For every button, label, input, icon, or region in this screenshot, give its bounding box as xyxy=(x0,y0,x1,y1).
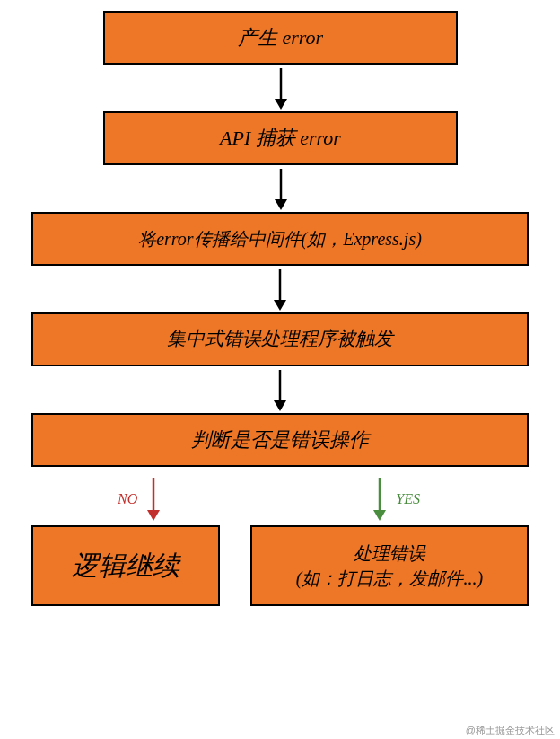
step-label-line1: 处理错误 xyxy=(354,541,425,566)
svg-marker-9 xyxy=(147,510,160,521)
arrow-icon xyxy=(103,65,458,111)
svg-marker-1 xyxy=(275,99,287,110)
branch-label-no: NO xyxy=(118,491,137,507)
step-box-propagate-middleware: 将error传播给中间件(如，Express.js) xyxy=(31,212,529,266)
svg-marker-11 xyxy=(373,510,386,521)
step-label-line2: (如：打日志，发邮件...) xyxy=(296,566,483,591)
step-label: 产生 error xyxy=(238,24,323,52)
branch-no: NO xyxy=(112,474,164,523)
step-box-generate-error: 产生 error xyxy=(103,11,458,65)
branch-label-yes: YES xyxy=(396,491,420,507)
step-box-decide-operational-error: 判断是否是错误操作 xyxy=(31,413,529,467)
arrow-icon xyxy=(103,165,458,212)
step-label: 将error传播给中间件(如，Express.js) xyxy=(138,226,422,251)
svg-marker-5 xyxy=(274,300,286,311)
svg-marker-7 xyxy=(274,400,286,411)
step-box-api-catch-error: API 捕获 error xyxy=(103,111,458,165)
bottom-row: 逻辑继续 处理错误 (如：打日志，发邮件...) xyxy=(0,525,560,606)
arrow-icon xyxy=(31,266,529,312)
watermark: @稀土掘金技术社区 xyxy=(466,724,555,737)
step-label: 逻辑继续 xyxy=(72,547,179,585)
svg-marker-3 xyxy=(275,199,287,210)
arrow-down-green-icon xyxy=(369,474,390,523)
arrow-icon xyxy=(31,366,529,413)
step-box-handle-error: 处理错误 (如：打日志，发邮件...) xyxy=(250,525,529,606)
branch-yes: YES xyxy=(369,474,425,523)
step-label: 判断是否是错误操作 xyxy=(191,427,369,454)
step-label: 集中式错误处理程序被触发 xyxy=(167,326,393,352)
step-label: API 捕获 error xyxy=(220,125,341,153)
step-box-central-handler-triggered: 集中式错误处理程序被触发 xyxy=(31,312,529,366)
branch-row: NO YES xyxy=(0,474,560,523)
arrow-down-red-icon xyxy=(143,474,164,523)
step-box-logic-continue: 逻辑继续 xyxy=(31,525,220,606)
